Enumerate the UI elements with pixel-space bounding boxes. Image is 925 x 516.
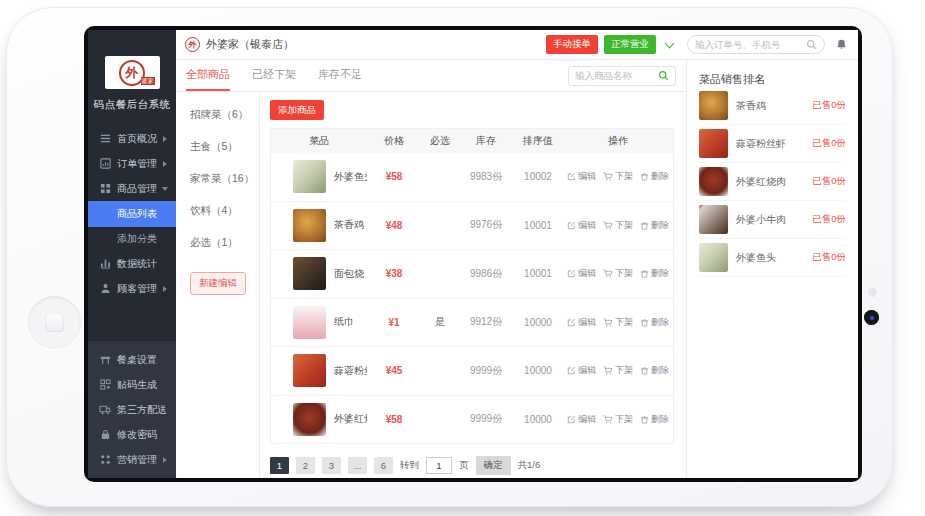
edit-button[interactable]: 编辑 [567,364,596,377]
delete-button[interactable]: 删除 [640,413,669,426]
off-shelf-button[interactable]: 下架 [603,316,633,329]
chevron-right-icon [163,161,167,167]
sold-count: 已售0份 [812,99,846,112]
ranking-item: 茶香鸡 已售0份 [699,87,846,125]
page-button-1[interactable]: 1 [270,457,289,474]
sidebar-item-change-password[interactable]: 修改密码 [88,422,176,447]
tab-all-products[interactable]: 全部商品 [186,60,230,91]
page: 外 婆家 码点餐后台系统 首页概况 [0,0,925,516]
page-summary: 共1/6 [518,459,541,472]
person-icon [99,283,111,295]
category-item-staple[interactable]: 主食（5） [190,140,259,154]
goto-page-input[interactable] [426,457,452,474]
category-item-drinks[interactable]: 饮料（4） [190,204,259,218]
system-title: 码点餐后台系统 [88,98,176,112]
table-icon [99,354,111,366]
sold-count: 已售0份 [812,137,846,150]
orders-icon [99,158,111,170]
list-icon [99,133,111,145]
page-button-6[interactable]: 6 [374,457,393,474]
delete-button[interactable]: 删除 [640,364,669,377]
ranking-item: 外婆小牛肉 已售0份 [699,201,846,239]
main-column: 外 外婆家（银泰店） 手动接单 正常营业 [176,30,858,478]
category-list: 招牌菜（6） 主食（5） 家常菜（16） 饮料（4） 必选（1） 新建编辑 [176,92,260,478]
edit-button[interactable]: 编辑 [567,170,596,183]
off-shelf-button[interactable]: 下架 [603,170,633,183]
delete-button[interactable]: 删除 [640,170,669,183]
table-row: 蒜蓉粉丝虾 ¥45 9999份 10000 编辑 下架 删除 [271,347,673,396]
home-button[interactable] [28,296,81,349]
page-button-3[interactable]: 3 [322,457,341,474]
topbar: 外 外婆家（银泰店） 手动接单 正常营业 [176,30,858,60]
dish-photo [293,306,326,339]
delete-button[interactable]: 删除 [640,316,669,329]
sidebar-item-home[interactable]: 首页概况 [88,126,176,151]
add-product-button[interactable]: 添加商品 [270,100,324,120]
goods-icon [99,183,111,195]
notification-bell-icon[interactable] [835,38,848,51]
delivery-truck-icon [99,404,111,416]
product-search-icon[interactable] [658,70,669,81]
table-row: 外婆鱼头 ¥58 9983份 10002 编辑 下架 删除 [271,153,673,202]
content-column: 全部商品 已经下架 库存不足 [176,60,686,478]
sidebar-item-orders[interactable]: 订单管理 [88,151,176,176]
tablet-screen: 外 婆家 码点餐后台系统 首页概况 [84,26,862,482]
table-row: 面包烧 ¥38 9986份 10001 编辑 下架 删除 [271,250,673,299]
category-item-signature[interactable]: 招牌菜（6） [190,108,259,122]
edit-button[interactable]: 编辑 [567,267,596,280]
sidebar-item-third-party-delivery[interactable]: 第三方配送 [88,397,176,422]
sidebar-item-marketing[interactable]: 营销管理 [88,447,176,472]
dish-photo [699,243,728,272]
chevron-right-icon [163,136,167,142]
ranking-item: 蒜蓉粉丝虾 已售0份 [699,125,846,163]
store-name: 外婆家（银泰店） [206,37,294,52]
dish-photo [293,354,326,387]
goto-label: 转到 [400,459,419,472]
tab-low-stock[interactable]: 库存不足 [318,60,362,91]
search-icon[interactable] [806,39,817,50]
tab-off-shelf[interactable]: 已经下架 [252,60,296,91]
sidebar-subitem-add-category[interactable]: 添加分类 [88,227,176,251]
edit-button[interactable]: 编辑 [567,316,596,329]
delete-button[interactable]: 删除 [640,267,669,280]
sidebar-item-table-settings[interactable]: 餐桌设置 [88,347,176,372]
confirm-page-button[interactable]: 确定 [476,456,511,475]
page-button-2[interactable]: 2 [296,457,315,474]
dish-photo [699,167,728,196]
manual-order-button[interactable]: 手动接单 [546,35,598,54]
sidebar-item-customers[interactable]: 顾客管理 [88,276,176,301]
sidebar-item-qr-generate[interactable]: 贴码生成 [88,372,176,397]
ranking-item: 外婆红烧肉 已售0份 [699,163,846,201]
dish-photo [293,403,326,436]
category-item-required[interactable]: 必选（1） [190,236,259,250]
product-table-area: 添加商品 菜品 价格 必选 库存 排序值 操作 [260,92,686,478]
order-search-box [687,35,825,54]
delete-button[interactable]: 删除 [640,219,669,232]
sidebar-menu: 首页概况 订单管理 商品管理 [88,126,176,301]
business-status-button[interactable]: 正常营业 [604,35,656,54]
off-shelf-button[interactable]: 下架 [603,267,633,280]
pagination: 1 2 3 ... 6 转到 页 确定 共1/6 [270,456,674,475]
product-search-input[interactable] [575,70,658,81]
off-shelf-button[interactable]: 下架 [603,219,633,232]
home-button-square [45,313,64,332]
status-dropdown-chevron-icon[interactable] [665,38,675,48]
category-item-homestyle[interactable]: 家常菜（16） [190,172,259,186]
marketing-icon [99,454,111,466]
edit-button[interactable]: 编辑 [567,413,596,426]
sold-count: 已售0份 [812,175,846,188]
off-shelf-button[interactable]: 下架 [603,413,633,426]
product-table: 菜品 价格 必选 库存 排序值 操作 外婆鱼 [270,128,674,444]
order-search-input[interactable] [695,39,806,50]
new-edit-button[interactable]: 新建编辑 [190,272,246,295]
sidebar-item-statistics[interactable]: 数据统计 [88,251,176,276]
lock-icon [99,429,111,441]
off-shelf-button[interactable]: 下架 [603,364,633,377]
page-ellipsis: ... [348,457,367,474]
sold-count: 已售0份 [812,213,846,226]
sidebar-subitem-product-list[interactable]: 商品列表 [88,201,176,227]
sidebar-item-products[interactable]: 商品管理 [88,176,176,201]
table-row: 外婆红烧肉 ¥58 9999份 10000 编辑 下架 删除 [271,396,673,445]
store-logo-icon: 外 [185,37,200,52]
edit-button[interactable]: 编辑 [567,219,596,232]
